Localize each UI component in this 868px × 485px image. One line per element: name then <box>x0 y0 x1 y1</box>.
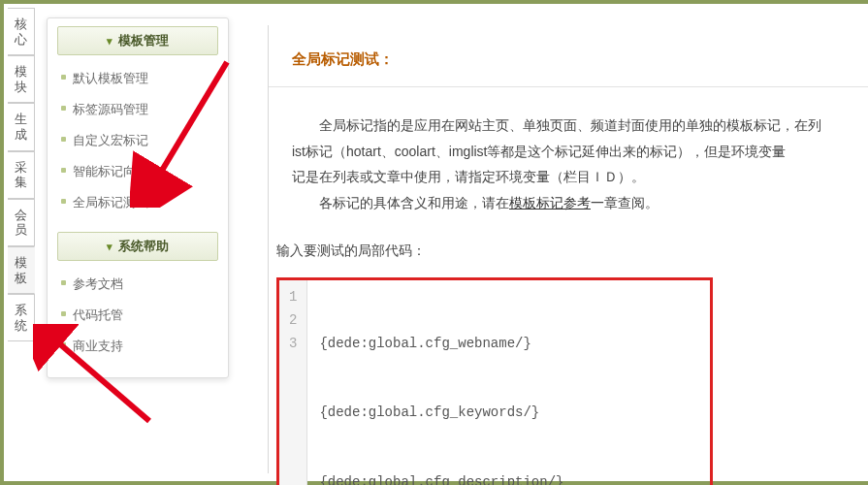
line-number: 2 <box>289 309 297 333</box>
menu-smart-tag[interactable]: 智能标记向导 <box>48 156 228 187</box>
code-line: {dede:global.cfg_description/} <box>319 471 563 485</box>
desc-text: ist标记（hotart、coolart、imglist等都是这个标记延伸出来的… <box>292 144 787 159</box>
vnav-system[interactable]: 系统 <box>8 294 35 341</box>
desc-text: 各标记的具体含义和用途，请在 <box>319 195 509 210</box>
page-title: 全局标记测试： <box>269 25 868 87</box>
menu-tag-source[interactable]: 标签源码管理 <box>48 94 228 125</box>
menu-global-tag-test[interactable]: 全局标记测试 <box>48 187 228 218</box>
vnav-template[interactable]: 模板 <box>8 246 35 294</box>
vnav-generate[interactable]: 生成 <box>8 103 35 150</box>
vnav-collect[interactable]: 采集 <box>8 151 35 199</box>
input-label: 输入要测试的局部代码： <box>269 225 868 270</box>
menu-default-template[interactable]: 默认模板管理 <box>48 63 228 94</box>
code-editor[interactable]: 1 2 3 {dede:global.cfg_webname/} {dede:g… <box>276 277 713 485</box>
vnav-core[interactable]: 核心 <box>8 8 35 55</box>
menu-list-help: 参考文档 代码托管 商业支持 <box>48 267 228 368</box>
menu-code-host[interactable]: 代码托管 <box>48 300 228 331</box>
line-number: 1 <box>289 286 297 309</box>
code-line: {dede:global.cfg_keywords/} <box>319 402 563 425</box>
menu-custom-macro[interactable]: 自定义宏标记 <box>48 125 228 156</box>
desc-text: 记是在列表或文章中使用，请指定环境变量（栏目ＩＤ）。 <box>292 169 645 184</box>
group-title: 系统帮助 <box>118 239 169 253</box>
app-frame: 核心 模块 生成 采集 会员 模板 系统 ▾模板管理 默认模板管理 标签源码管理… <box>0 0 868 485</box>
caret-down-icon: ▾ <box>107 35 113 48</box>
desc-text: 一章查阅。 <box>591 195 659 210</box>
description-block: 全局标记指的是应用在网站主页、单独页面、频道封面使用的单独的模板标记，在列 is… <box>269 87 868 225</box>
group-header-template[interactable]: ▾模板管理 <box>57 26 218 55</box>
vnav-member[interactable]: 会员 <box>8 199 35 246</box>
line-number: 3 <box>289 333 297 356</box>
sidebar-panel: ▾模板管理 默认模板管理 标签源码管理 自定义宏标记 智能标记向导 全局标记测试… <box>47 17 229 378</box>
desc-text: 全局标记指的是应用在网站主页、单独页面、频道封面使用的单独的模板标记，在列 <box>319 117 821 133</box>
code-gutter: 1 2 3 <box>279 280 307 485</box>
vertical-nav: 核心 模块 生成 采集 会员 模板 系统 <box>8 8 37 341</box>
code-lines[interactable]: {dede:global.cfg_webname/} {dede:global.… <box>307 280 575 485</box>
main-content: 全局标记测试： 全局标记指的是应用在网站主页、单独页面、频道封面使用的单独的模板… <box>268 25 868 473</box>
menu-commercial[interactable]: 商业支持 <box>48 331 228 362</box>
group-header-help[interactable]: ▾系统帮助 <box>57 232 218 261</box>
menu-reference[interactable]: 参考文档 <box>48 269 228 300</box>
group-title: 模板管理 <box>118 33 169 48</box>
template-reference-link[interactable]: 模板标记参考 <box>509 195 591 210</box>
caret-down-icon: ▾ <box>107 241 113 253</box>
menu-list-template: 默认模板管理 标签源码管理 自定义宏标记 智能标记向导 全局标记测试 <box>48 61 228 224</box>
vnav-module[interactable]: 模块 <box>8 55 35 103</box>
code-line: {dede:global.cfg_webname/} <box>319 333 563 356</box>
